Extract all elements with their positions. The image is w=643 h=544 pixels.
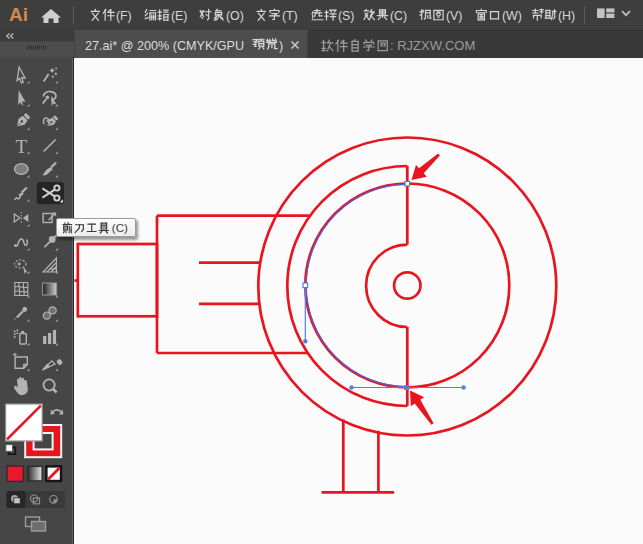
svg-text:: RJZXW.COM: : RJZXW.COM: [390, 38, 475, 53]
svg-text:): ): [279, 39, 283, 53]
svg-text:T: T: [15, 136, 27, 157]
svg-text:(E): (E): [171, 9, 188, 23]
svg-text:(C): (C): [112, 221, 128, 234]
svg-text:(V): (V): [446, 9, 463, 23]
svg-text:(T): (T): [282, 9, 298, 23]
svg-text:(O): (O): [226, 9, 244, 23]
svg-text:27.ai* @ 200% (CMYK/GPU: 27.ai* @ 200% (CMYK/GPU: [85, 39, 244, 53]
svg-text:(S): (S): [338, 9, 355, 23]
svg-text:(C): (C): [390, 9, 407, 23]
svg-text:(H): (H): [558, 9, 575, 23]
svg-text:(W): (W): [502, 9, 522, 23]
svg-text:(F): (F): [116, 9, 132, 23]
